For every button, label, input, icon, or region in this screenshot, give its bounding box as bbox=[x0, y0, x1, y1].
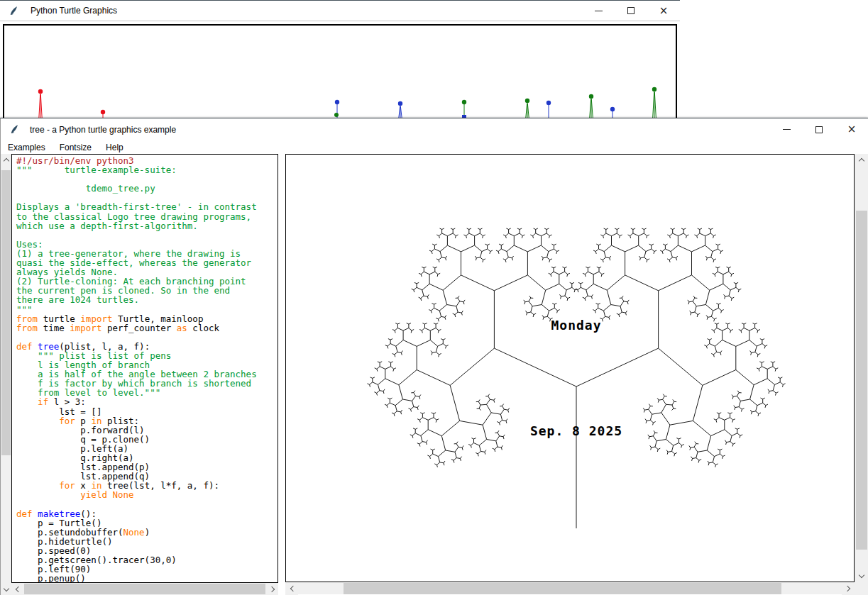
chevron-left-icon bbox=[15, 586, 21, 591]
code-vscroll-thumb[interactable] bbox=[1, 170, 11, 455]
canvas-hscroll-thumb[interactable] bbox=[344, 583, 781, 594]
chevron-left-icon bbox=[290, 586, 295, 591]
scroll-up-button[interactable] bbox=[1, 154, 11, 165]
canvas-vscroll-thumb[interactable] bbox=[856, 211, 867, 550]
canvas-text-weekday: Monday bbox=[551, 318, 601, 333]
chevron-up-icon bbox=[859, 158, 864, 164]
turtle-drawing-canvas[interactable]: Monday Sep. 8 2025 bbox=[285, 154, 855, 582]
fg-titlebar[interactable]: tree - a Python turtle graphics example … bbox=[1, 118, 868, 140]
scroll-right-button[interactable] bbox=[842, 582, 855, 595]
menu-fontsize[interactable]: Fontsize bbox=[53, 142, 99, 153]
fg-maximize-button[interactable] bbox=[803, 118, 835, 140]
chevron-down-icon bbox=[859, 572, 864, 578]
maximize-icon bbox=[815, 126, 823, 133]
code-hscroll-thumb[interactable] bbox=[24, 584, 265, 594]
tk-feather-icon bbox=[9, 124, 20, 135]
code-text[interactable]: #!/usr/bin/env python3""" turtle-example… bbox=[11, 154, 278, 583]
menubar: Examples Fontsize Help bbox=[1, 140, 868, 154]
fractal-tree-drawing bbox=[286, 155, 854, 582]
fg-minimize-button[interactable] bbox=[770, 118, 803, 140]
scroll-left-button[interactable] bbox=[285, 582, 298, 595]
scroll-right-button[interactable] bbox=[267, 583, 278, 595]
chevron-up-icon bbox=[3, 157, 9, 163]
chevron-down-icon bbox=[3, 585, 9, 591]
minimize-icon bbox=[783, 129, 791, 130]
close-icon: × bbox=[847, 124, 857, 135]
scroll-down-button[interactable] bbox=[1, 584, 11, 595]
canvas-vertical-scrollbar[interactable] bbox=[855, 154, 868, 582]
code-horizontal-scrollbar[interactable] bbox=[11, 583, 278, 595]
canvas-text-date: Sep. 8 2025 bbox=[530, 423, 622, 438]
pane-sash[interactable] bbox=[278, 154, 285, 595]
scroll-left-button[interactable] bbox=[11, 583, 23, 595]
chevron-right-icon bbox=[268, 586, 274, 591]
fg-window-title: tree - a Python turtle graphics example bbox=[30, 125, 176, 135]
menu-examples[interactable]: Examples bbox=[1, 142, 53, 153]
chevron-right-icon bbox=[844, 586, 850, 591]
fg-close-button[interactable]: × bbox=[835, 118, 868, 140]
window-tree-example: tree - a Python turtle graphics example … bbox=[0, 118, 868, 595]
canvas-horizontal-scrollbar[interactable] bbox=[285, 582, 855, 594]
menu-help[interactable]: Help bbox=[99, 142, 131, 153]
scroll-up-button[interactable] bbox=[855, 154, 868, 166]
scrollbar-corner bbox=[855, 582, 868, 595]
code-vertical-scrollbar[interactable] bbox=[1, 154, 11, 595]
scroll-down-button[interactable] bbox=[855, 570, 868, 582]
